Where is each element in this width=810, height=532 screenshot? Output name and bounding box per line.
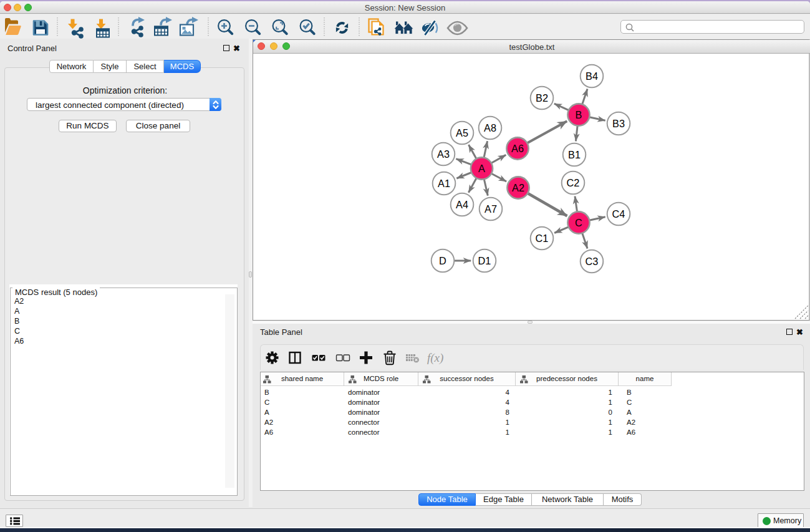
svg-text:B2: B2 — [536, 92, 548, 104]
svg-text:A4: A4 — [456, 199, 468, 210]
svg-text:B: B — [576, 109, 582, 120]
svg-text:C: C — [575, 217, 582, 228]
svg-text:C4: C4 — [612, 208, 625, 220]
svg-text:A6: A6 — [511, 143, 524, 154]
svg-text:B4: B4 — [586, 70, 598, 82]
svg-text:C2: C2 — [567, 177, 580, 188]
svg-text:A: A — [478, 163, 485, 174]
svg-text:A1: A1 — [438, 178, 450, 189]
svg-text:A3: A3 — [437, 148, 450, 160]
svg-text:A7: A7 — [485, 203, 497, 215]
svg-text:A8: A8 — [484, 122, 496, 133]
svg-text:C1: C1 — [536, 233, 549, 244]
svg-text:f(x): f(x) — [427, 351, 443, 365]
svg-text:B1: B1 — [568, 149, 581, 160]
svg-text:D: D — [439, 255, 446, 266]
svg-text:C3: C3 — [586, 256, 599, 267]
svg-text:A2: A2 — [512, 182, 524, 193]
svg-text:D1: D1 — [478, 255, 491, 266]
svg-text:A5: A5 — [456, 127, 468, 138]
svg-text:B3: B3 — [612, 118, 625, 129]
